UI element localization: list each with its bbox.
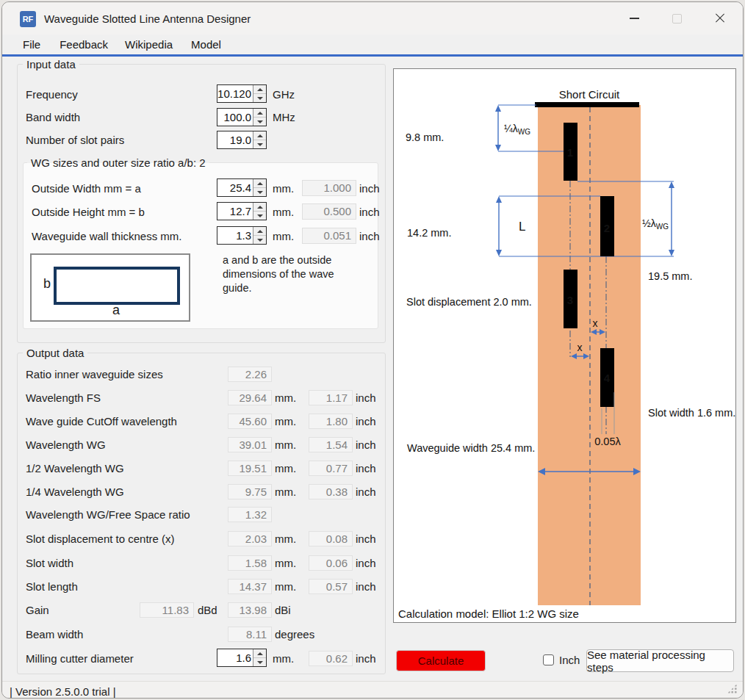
output-unit: mm. bbox=[275, 533, 296, 546]
slot-3-number: 3 bbox=[567, 294, 573, 306]
outside-height-input[interactable] bbox=[217, 203, 253, 220]
maximize-button[interactable] bbox=[662, 7, 691, 29]
material-steps-button[interactable]: See material processing steps bbox=[586, 649, 734, 672]
output-label: Wavelength FS bbox=[26, 392, 101, 405]
resize-grip[interactable] bbox=[727, 684, 737, 693]
output-label: Beam width bbox=[26, 628, 83, 641]
menu-model[interactable]: Model bbox=[191, 38, 221, 51]
spin-up-button[interactable] bbox=[253, 85, 266, 93]
milling-cutter-spinner bbox=[253, 649, 266, 666]
milling-cutter-spinbox bbox=[217, 649, 267, 667]
output-inch-value: 0.57 bbox=[309, 579, 353, 594]
spin-up-button[interactable] bbox=[253, 109, 266, 117]
milling-cutter-inch-value: 0.62 bbox=[309, 651, 353, 666]
output-unit: mm. bbox=[275, 462, 296, 475]
outside-width-unit: mm. bbox=[273, 182, 294, 195]
inch-checkbox[interactable] bbox=[543, 654, 554, 665]
output-label: Wavelength WG/Free Space ratio bbox=[26, 508, 190, 522]
calculate-button[interactable]: Calculate bbox=[396, 650, 486, 671]
spin-down-button[interactable] bbox=[253, 187, 266, 196]
spin-down-button[interactable] bbox=[253, 93, 266, 102]
minimize-icon bbox=[630, 18, 639, 19]
waveguide-outline bbox=[54, 267, 180, 305]
gain-dbd-unit: dBd bbox=[198, 604, 217, 617]
minimize-button[interactable] bbox=[619, 7, 649, 29]
spin-up-button[interactable] bbox=[253, 179, 266, 187]
dim-9-8-label: 9.8 mm. bbox=[406, 131, 444, 143]
spin-down-button[interactable] bbox=[253, 235, 266, 244]
output-inch-unit: inch bbox=[356, 533, 376, 546]
outside-height-inch-unit: inch bbox=[359, 206, 380, 219]
output-inch-unit: inch bbox=[356, 580, 376, 593]
menu-bar: File Feedback Wikipedia Model bbox=[2, 35, 743, 54]
output-inch-unit: inch bbox=[356, 439, 376, 452]
spin-down-button[interactable] bbox=[253, 657, 266, 666]
wg-sizes-group-title: WG sizes and outer size ratio a/b: 2 bbox=[27, 156, 209, 169]
output-value: 2.03 bbox=[228, 531, 272, 546]
bandwidth-spinbox bbox=[217, 108, 267, 126]
arrowhead bbox=[495, 105, 501, 112]
menu-wikipedia[interactable]: Wikipedia bbox=[125, 38, 173, 51]
calculation-model-caption: Calculation model: Elliot 1:2 WG size bbox=[398, 607, 579, 620]
input-data-group-title: Input data bbox=[23, 58, 79, 71]
quarter-wave-label: ¼λWG bbox=[504, 123, 530, 136]
milling-cutter-label: Milling cutter diameter bbox=[26, 652, 134, 665]
output-value: 1.32 bbox=[228, 507, 272, 522]
wall-thickness-spinner bbox=[253, 227, 266, 244]
wall-thickness-inch-value: 0.051 bbox=[302, 228, 356, 244]
outside-height-label: Outside Height mm = b bbox=[32, 206, 145, 219]
menu-feedback[interactable]: Feedback bbox=[60, 38, 108, 51]
output-inch-value: 1.17 bbox=[309, 390, 353, 405]
menu-file[interactable]: File bbox=[23, 38, 40, 51]
output-inch-unit: inch bbox=[356, 462, 376, 475]
accent-divider bbox=[2, 54, 743, 57]
output-value: 14.37 bbox=[228, 579, 272, 594]
bandwidth-input[interactable] bbox=[217, 109, 253, 126]
gain-label: Gain bbox=[26, 604, 49, 617]
outside-width-inch-unit: inch bbox=[359, 182, 380, 195]
output-inch-value: 0.38 bbox=[309, 484, 353, 499]
arrowhead bbox=[496, 196, 502, 203]
output-inch-value: 0.77 bbox=[309, 461, 353, 476]
close-button[interactable] bbox=[705, 7, 735, 29]
title-bar: RF Waveguide Slotted Line Antenna Design… bbox=[2, 2, 743, 35]
slot-width-label: Slot width 1.6 mm. bbox=[648, 407, 735, 419]
output-value: 45.60 bbox=[228, 414, 272, 429]
spin-up-button[interactable] bbox=[253, 227, 266, 235]
spin-down-button[interactable] bbox=[253, 117, 266, 126]
slot-displacement-label: Slot displacement 2.0 mm. bbox=[406, 296, 532, 308]
slot-pairs-input[interactable] bbox=[217, 131, 253, 148]
frequency-input[interactable] bbox=[217, 85, 253, 102]
inch-checkbox-label: Inch bbox=[559, 654, 580, 667]
app-icon: RF bbox=[20, 11, 36, 27]
arrowhead bbox=[669, 250, 674, 256]
dimension-a-label: a bbox=[112, 303, 120, 317]
x2-label: x bbox=[577, 342, 583, 353]
output-unit: mm. bbox=[275, 415, 296, 428]
outside-height-inch-value: 0.500 bbox=[302, 203, 356, 220]
output-unit: mm. bbox=[275, 557, 296, 570]
frequency-spinner bbox=[253, 85, 266, 102]
waveguide-cross-section: b a bbox=[30, 253, 190, 322]
spin-down-button[interactable] bbox=[253, 140, 266, 148]
lambda-005-label: 0.05λ bbox=[594, 436, 621, 447]
output-label: 1/2 Wavelength WG bbox=[26, 462, 124, 475]
output-inch-value: 0.08 bbox=[309, 531, 353, 546]
outside-width-input[interactable] bbox=[217, 179, 253, 196]
output-unit: mm. bbox=[275, 486, 296, 499]
spin-up-button[interactable] bbox=[253, 649, 266, 657]
wall-thickness-unit: mm. bbox=[273, 230, 294, 243]
dim-14-2-label: 14.2 mm. bbox=[407, 227, 451, 239]
slot-pairs-spinner bbox=[253, 131, 266, 148]
output-value: 29.64 bbox=[228, 390, 272, 405]
close-icon bbox=[715, 13, 725, 24]
spin-up-button[interactable] bbox=[253, 131, 266, 140]
milling-cutter-input[interactable] bbox=[217, 649, 253, 666]
wall-thickness-input[interactable] bbox=[217, 227, 253, 244]
spin-down-button[interactable] bbox=[253, 211, 266, 220]
spin-up-button[interactable] bbox=[253, 203, 266, 211]
output-value: 1.58 bbox=[228, 555, 272, 571]
outside-height-spinner bbox=[253, 203, 266, 220]
wall-thickness-inch-unit: inch bbox=[359, 230, 380, 243]
waveguide-strip bbox=[538, 105, 641, 605]
